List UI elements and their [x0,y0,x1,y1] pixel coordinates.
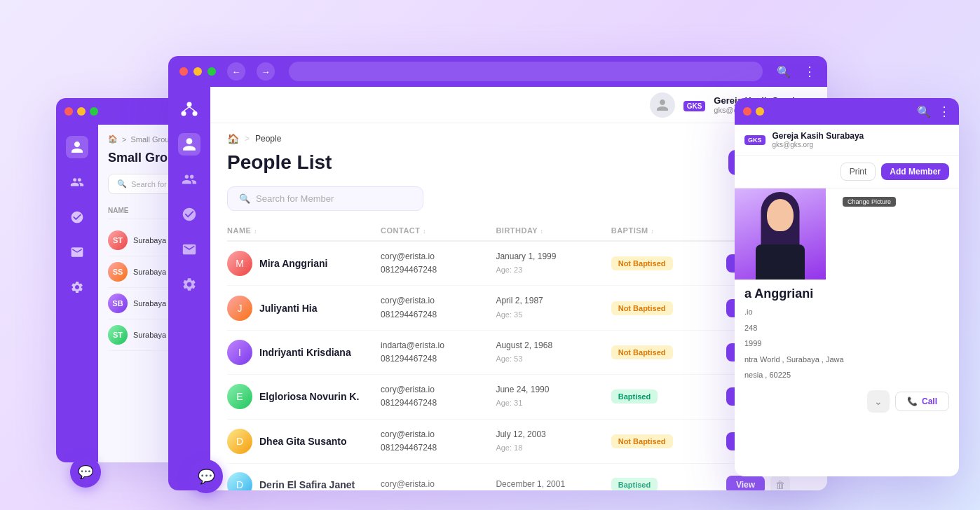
table-row: D Derin El Safira Janet cory@erista.io D… [227,464,810,490]
baptism-cell: Not Baptised [611,345,726,359]
person-cell: D Dhea Gita Susanto [227,429,381,454]
person-name: Mira Anggriani [259,258,328,269]
sidebar-nav-groups2[interactable] [178,203,200,226]
body-decoration [756,244,805,280]
call-button[interactable]: 📞 Call [895,392,949,411]
age-text: Age: 53 [496,354,522,363]
mid-sidebar [168,87,210,490]
sidebar-icon-groups2[interactable] [66,206,88,228]
avatar: SS [108,262,128,282]
sidebar-icon-mail[interactable] [66,241,88,263]
search-placeholder-text: Search for Member [256,193,334,204]
front-action-bar: Print Add Member [735,156,959,188]
avatar: D [227,472,252,490]
print-button[interactable]: Print [841,163,876,181]
person-cell: M Mira Anggriani [227,251,381,276]
front-title-bar: 🔍 ⋮ [735,98,959,125]
sidebar-nav-settings[interactable] [178,273,200,296]
contact-cell: cory@erista.io081294467248 [381,383,496,410]
svg-line-8 [184,107,189,111]
view-button[interactable]: View [726,476,765,490]
search-icon: 🔍 [117,179,127,188]
page-header: People List Add People [227,150,810,175]
forward-nav-button[interactable]: → [257,62,275,81]
status-badge: Baptised [611,478,658,490]
age-text: Age: 35 [496,310,522,319]
profile-year: 1999 [744,336,949,352]
profile-email: .io [744,304,949,320]
breadcrumb-separator: > [245,134,250,144]
expand-button[interactable]: ⌄ [867,390,890,413]
url-bar[interactable] [289,62,763,81]
delete-button[interactable]: 🗑 [770,475,790,490]
browser-search-icon[interactable]: 🔍 [917,105,931,118]
browser-search-icon[interactable]: 🔍 [777,65,791,78]
close-dot[interactable] [743,107,751,116]
person-cell: I Indriyanti Krisdiana [227,340,381,365]
sidebar-icon-settings[interactable] [66,276,88,298]
baptism-cell: Not Baptised [611,301,726,315]
action-cell: View 🗑 [726,475,810,490]
close-dot[interactable] [179,67,188,76]
person-name: Indriyanti Krisdiana [259,347,351,358]
minimize-dot[interactable] [77,107,86,116]
people-table: NAME ↕ CONTACT ↕ BIRTHDAY ↕ BAPTISM ↕ M … [227,221,810,490]
avatar: D [227,429,252,454]
home-icon: 🏠 [108,135,118,144]
search-icon: 🔍 [239,193,250,204]
close-dot[interactable] [64,107,73,116]
sort-icon: ↕ [423,228,426,235]
front-window: 🔍 ⋮ GKS Gereja Kasih Surabaya gks@gks.or… [735,98,959,476]
minimize-dot[interactable] [193,67,202,76]
sidebar-nav-mail[interactable] [178,238,200,261]
table-row: D Dhea Gita Susanto cory@erista.io081294… [227,420,810,464]
sort-icon: ↕ [254,228,257,235]
back-nav-button[interactable]: ← [227,62,245,81]
col-birthday: BIRTHDAY ↕ [496,226,611,235]
maximize-dot[interactable] [90,107,98,116]
avatar: ST [108,230,128,250]
phone-icon: 📞 [907,397,918,406]
avatar: SB [108,294,128,313]
user-avatar [650,92,675,118]
front-org-bar: GKS Gereja Kasih Surabaya gks@gks.org [735,125,959,156]
browser-more-icon[interactable]: ⋮ [803,64,816,79]
birthday-cell: August 2, 1968Age: 53 [496,339,611,366]
add-member-button[interactable]: Add Member [881,163,949,180]
person-name: Elgloriosa Novurin K. [259,391,359,402]
avatar: E [227,384,252,409]
sidebar-icon-people[interactable] [66,136,88,158]
profile-address2: nesia , 60225 [744,367,949,383]
sidebar-nav-groups[interactable] [178,168,200,191]
profile-details: .io 248 1999 ntra World , Surabaya , Jaw… [735,304,959,383]
profile-name: a Anggriani [735,280,959,304]
avatar: ST [108,325,128,345]
chat-bubble-mid[interactable]: 💬 [189,460,223,493]
front-org-info: Gereja Kasih Surabaya gks@gks.org [773,131,864,149]
avatar: M [227,251,252,276]
contact-cell: cory@erista.io [381,478,496,490]
contact-cell: cory@erista.io081294467248 [381,294,496,321]
age-text: Age: 31 [496,399,522,407]
sort-icon: ↕ [540,228,544,235]
maximize-dot[interactable] [207,67,216,76]
svg-point-6 [182,111,186,116]
browser-more-icon[interactable]: ⋮ [938,104,951,119]
table-header: NAME ↕ CONTACT ↕ BIRTHDAY ↕ BAPTISM ↕ [227,221,810,242]
minimize-dot[interactable] [756,107,764,116]
change-picture-label[interactable]: Change Picture [843,197,896,207]
person-cell: E Elgloriosa Novurin K. [227,384,381,409]
baptism-cell: Not Baptised [611,434,726,448]
search-input[interactable]: 🔍 Search for Member [227,186,423,211]
age-text: Age: 18 [496,443,522,452]
contact-cell: cory@erista.io081294467248 [381,250,496,277]
breadcrumb-current: People [255,134,281,144]
status-badge: Not Baptised [611,434,673,448]
sidebar-icon-group[interactable] [66,171,88,193]
profile-photo [735,188,826,280]
status-badge: Not Baptised [611,345,673,359]
sidebar-nav-people[interactable] [178,133,200,156]
chat-bubble-back[interactable]: 💬 [70,457,101,488]
col-baptism: BAPTISM ↕ [611,226,726,235]
profile-address: ntra World , Surabaya , Jawa [744,352,949,368]
